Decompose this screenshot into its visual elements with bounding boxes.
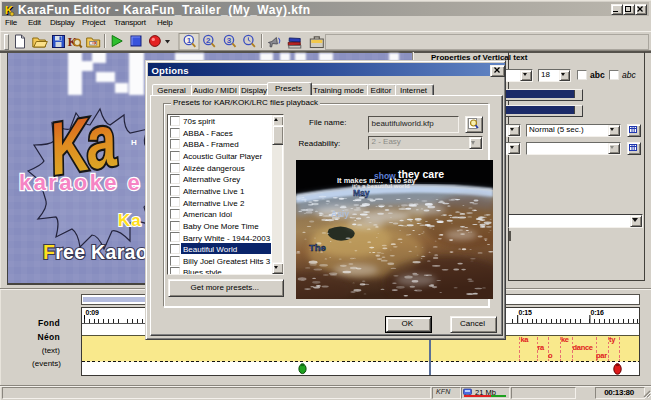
svg-text:Asiy: Asiy [331,209,349,219]
svg-text:karaoke e: karaoke e [19,170,142,195]
svg-text:2: 2 [206,36,211,45]
svg-text:The: The [309,242,326,253]
svg-text:Ka: Ka [118,211,142,230]
svg-text:1: 1 [187,36,192,45]
svg-text:May: May [353,188,370,198]
svg-text:Free Karao: Free Karao [43,241,148,263]
svg-text:3: 3 [227,36,232,45]
